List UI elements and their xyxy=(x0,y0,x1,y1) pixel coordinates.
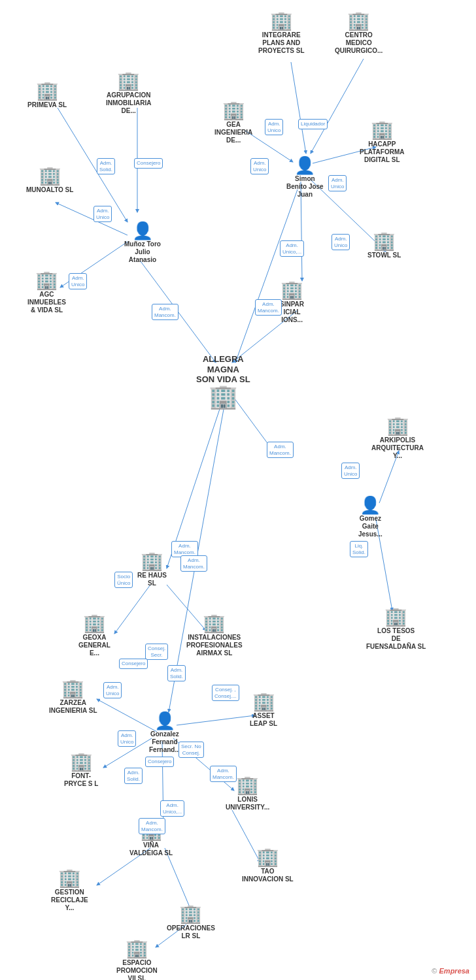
building-icon: 🏢 xyxy=(117,72,140,90)
role-adm-solid-2[interactable]: Adm.Solid. xyxy=(167,665,186,681)
building-icon: 🏢 xyxy=(58,869,81,887)
building-icon: 🏢 xyxy=(83,614,106,632)
role-consejero-3[interactable]: Consejero xyxy=(145,757,174,767)
role-adm-unico-10[interactable]: Adm.Unico xyxy=(118,730,136,747)
role-consej-consej-1[interactable]: Consej. ,Consej.... xyxy=(212,685,239,701)
person-icon: 👤 xyxy=(154,712,175,729)
node-tao[interactable]: 🏢 TAOINNOVACION SL xyxy=(242,848,294,883)
role-adm-unico-8[interactable]: Adm.Unico xyxy=(341,463,360,479)
role-secr-no-consej[interactable]: Secr. NoConsej. xyxy=(178,742,204,758)
connection-arrows xyxy=(0,0,476,980)
building-icon: 🏢 xyxy=(222,101,245,120)
role-adm-solid-1[interactable]: Adm.Solid. xyxy=(97,158,115,174)
company-label: ARKIPOLISARQUITECTURAY... xyxy=(371,436,424,460)
building-icon: 🏢 xyxy=(141,552,163,570)
building-icon: 🏢 xyxy=(280,281,303,299)
node-centro-medico[interactable]: 🏢 CENTROMEDICOQUIRURGICO... xyxy=(335,12,382,55)
node-los-tesos[interactable]: 🏢 LOS TESOSDEFUENSALDAÑA SL xyxy=(366,608,426,651)
building-icon: 🏢 xyxy=(203,614,226,632)
role-adm-mancom-2[interactable]: Adm.Mancom. xyxy=(255,299,282,316)
node-hacapp[interactable]: 🏢 HACAPPPLATAFORMADIGITAL SL xyxy=(360,121,405,164)
role-consej-secr-1[interactable]: Consej.Secr. xyxy=(145,644,168,660)
building-icon: 🏢 xyxy=(386,417,409,435)
svg-line-21 xyxy=(177,715,255,725)
building-icon: 🏢 xyxy=(347,12,370,30)
role-adm-mancom-1[interactable]: Adm.Mancom. xyxy=(152,304,178,320)
role-adm-unico-9[interactable]: Adm.Unico xyxy=(103,682,122,698)
role-adm-unico-11[interactable]: Adm.Unico,... xyxy=(160,800,184,817)
node-person-gonzalez[interactable]: 👤 GonzalezFernandFernand... xyxy=(149,712,180,754)
role-socio-unico-1[interactable]: SocioÚnico xyxy=(114,572,133,588)
role-liq-solid-1[interactable]: Liq.Solid. xyxy=(350,541,368,557)
role-adm-unico-4[interactable]: Adm.Unico xyxy=(250,158,269,174)
building-icon: 🏢 xyxy=(384,608,407,626)
copyright: © Empresa xyxy=(432,967,469,975)
node-gestion[interactable]: 🏢 GESTIONRECICLAJEY... xyxy=(51,869,88,912)
node-person-simon[interactable]: 👤 SimonBenito JoseJuan xyxy=(286,157,324,199)
person-label: GomezGaiteJesus... xyxy=(358,515,382,538)
node-zarzea[interactable]: 🏢 ZARZEAINGENIERIA SL xyxy=(49,679,97,715)
company-label: ALLEGRAMAGNASON VIDA SL xyxy=(196,354,250,385)
role-adm-solid-3[interactable]: Adm.Solid. xyxy=(124,768,143,784)
role-liquidador-1[interactable]: Liquidador xyxy=(298,119,328,129)
role-consejero-1[interactable]: Consejero xyxy=(134,158,163,169)
company-label: STOWL SL xyxy=(367,252,401,259)
company-label: CENTROMEDICOQUIRURGICO... xyxy=(335,31,382,55)
building-icon: 🏢 xyxy=(179,905,202,923)
role-adm-unico-5[interactable]: Adm.Unico xyxy=(328,175,347,191)
node-font-pryce[interactable]: 🏢 FONT-PRYCE S L xyxy=(64,753,98,788)
company-label: ESPACIOPROMOCIONVII SL xyxy=(116,959,158,980)
node-arkipolis[interactable]: 🏢 ARKIPOLISARQUITECTURAY... xyxy=(371,417,424,460)
person-label: GonzalezFernandFernand... xyxy=(149,730,180,754)
node-operaciones[interactable]: 🏢 OPERACIONESLR SL xyxy=(167,905,215,940)
company-label: PRIMEVA SL xyxy=(27,101,67,109)
node-gea[interactable]: 🏢 GEAINGENIERIADE... xyxy=(214,101,252,144)
company-label: VIÑAVALDEIGA SL xyxy=(129,841,173,857)
node-integrare[interactable]: 🏢 INTEGRAREPLANS ANDPROYECTS SL xyxy=(258,12,305,55)
role-adm-unico-6[interactable]: Adm.Unico,... xyxy=(280,240,304,257)
role-adm-mancom-3[interactable]: Adm.Mancom. xyxy=(267,442,294,458)
node-instalaciones[interactable]: 🏢 INSTALACIONESPROFESIONALESAIRMAX SL xyxy=(186,614,243,657)
building-icon: 🏢 xyxy=(61,679,84,698)
building-icon: 🏢 xyxy=(256,848,279,866)
node-allegra[interactable]: ALLEGRAMAGNASON VIDA SL 🏢 xyxy=(196,353,250,408)
company-label: ASSETLEAP SL xyxy=(250,712,277,728)
company-label: LONISUNIVERSITY... xyxy=(226,796,269,811)
role-adm-unico-3[interactable]: Adm.Unico xyxy=(265,119,283,135)
building-icon: 🏢 xyxy=(126,939,148,958)
company-label: HACAPPPLATAFORMADIGITAL SL xyxy=(360,140,405,164)
node-geoxa[interactable]: 🏢 GEOXAGENERALE... xyxy=(78,614,110,657)
company-label: GEAINGENIERIADE... xyxy=(214,121,252,144)
role-adm-mancom-7[interactable]: Adm.Mancom. xyxy=(139,818,165,834)
building-icon: 🏢 xyxy=(252,693,275,711)
node-stowl[interactable]: 🏢 STOWL SL xyxy=(367,232,401,259)
building-icon: 🏢 xyxy=(371,121,394,139)
node-agc[interactable]: 🏢 AGCINMUEBLES& VIDA SL xyxy=(27,271,66,314)
role-adm-unico-7[interactable]: Adm.Unico xyxy=(332,234,350,250)
company-label: INSTALACIONESPROFESIONALESAIRMAX SL xyxy=(186,634,243,657)
role-adm-mancom-5[interactable]: Adm.Mancom. xyxy=(180,555,207,572)
node-espacio[interactable]: 🏢 ESPACIOPROMOCIONVII SL xyxy=(116,939,158,980)
building-icon: 🏢 xyxy=(70,753,93,771)
company-label: FONT-PRYCE S L xyxy=(64,772,98,788)
node-asset-leap[interactable]: 🏢 ASSETLEAP SL xyxy=(250,693,277,728)
building-icon: 🏢 xyxy=(236,776,259,794)
node-agrupacion[interactable]: 🏢 AGRUPACIONINMOBILIARIADE... xyxy=(106,72,151,115)
building-icon: 🏢 xyxy=(36,82,59,100)
company-label: AGCINMUEBLES& VIDA SL xyxy=(27,291,66,314)
node-person-gomez[interactable]: 👤 GomezGaiteJesus... xyxy=(358,497,382,538)
role-adm-unico-1[interactable]: Adm.Unico xyxy=(94,206,112,222)
node-munoalto[interactable]: 🏢 MUNOALTO SL xyxy=(26,167,73,194)
node-re-haus[interactable]: 🏢 RE HAUSSL xyxy=(137,552,167,587)
company-label: TAOINNOVACION SL xyxy=(242,868,294,883)
role-adm-unico-2[interactable]: Adm.Unico xyxy=(69,273,87,289)
role-consejero-2[interactable]: Consejero xyxy=(119,659,148,669)
role-adm-mancom-6[interactable]: Adm.Mancom. xyxy=(210,766,237,782)
svg-line-11 xyxy=(235,189,298,363)
copyright-brand: Empresa xyxy=(439,967,469,975)
node-primeva[interactable]: 🏢 PRIMEVA SL xyxy=(27,82,67,109)
company-label: GESTIONRECICLAJEY... xyxy=(51,889,88,912)
person-icon: 👤 xyxy=(132,222,153,239)
node-sinpar[interactable]: 🏢 SINPARICIALIONS... xyxy=(280,281,304,324)
node-person-munoz[interactable]: 👤 Muñoz ToroJulioAtanasio xyxy=(124,222,161,264)
